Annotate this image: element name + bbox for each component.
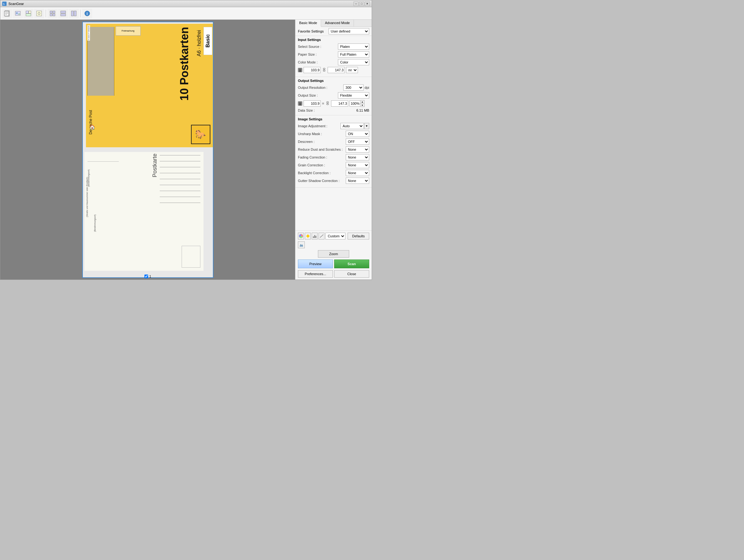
- unsharp-mask-select[interactable]: ON: [346, 131, 369, 137]
- grain-correction-select[interactable]: None: [346, 162, 369, 168]
- scan-document-button[interactable]: [2, 9, 12, 18]
- output-resolution-row: Output Resolution : 300 dpi: [298, 84, 369, 91]
- input-width-field[interactable]: [303, 67, 321, 73]
- paper-size-label: Paper Size :: [298, 52, 317, 56]
- svg-rect-20: [61, 11, 66, 13]
- grid2-button[interactable]: [58, 9, 68, 18]
- percent-down-btn[interactable]: ▼: [361, 104, 364, 107]
- barcode-text: 4 102177 050225: [87, 25, 90, 41]
- tab-basic-mode[interactable]: Basic Mode: [295, 20, 321, 27]
- resolution-unit: dpi: [365, 86, 369, 89]
- scan-button[interactable]: Scan: [334, 260, 369, 268]
- zoom-row: Zoom: [298, 250, 369, 258]
- svg-rect-11: [29, 11, 31, 13]
- select-source-label: Select Source :: [298, 45, 321, 48]
- pref-close-row: Preferences... Close: [298, 270, 369, 278]
- basic-badge: Basic: [203, 27, 212, 55]
- preview-footer: 1: [144, 274, 151, 278]
- scan-custom-button[interactable]: [24, 9, 33, 18]
- preferences-button[interactable]: Preferences...: [298, 270, 333, 278]
- descreen-select[interactable]: OFF: [346, 139, 369, 145]
- address-lines-left: (Bestimmungsort): [87, 161, 119, 249]
- gutter-shadow-row: Gutter Shadow Correction : None: [298, 178, 369, 184]
- preview-button[interactable]: Preview: [298, 260, 333, 268]
- maximize-button[interactable]: □: [359, 2, 364, 6]
- reduce-dust-label: Reduce Dust and Scratches :: [298, 148, 346, 151]
- backlight-correction-select[interactable]: None: [346, 170, 369, 176]
- color-mode-select[interactable]: Color: [338, 59, 369, 65]
- input-height-field[interactable]: [328, 67, 345, 73]
- svg-rect-16: [50, 11, 52, 13]
- title-controls: ─ □ ✕: [354, 2, 370, 6]
- preview-area: 4 102177 050225 10 Postkarten A6 · holzf…: [0, 20, 295, 279]
- toolbar-separator-1: [46, 10, 46, 17]
- svg-point-8: [16, 12, 18, 14]
- output-height-field[interactable]: [331, 100, 348, 107]
- custom-preset-select[interactable]: Custom: [326, 233, 345, 239]
- main-window: S ScanGear ─ □ ✕: [0, 0, 372, 280]
- reduce-dust-select[interactable]: None: [346, 146, 369, 153]
- brightness-btn[interactable]: [305, 233, 311, 239]
- svg-rect-21: [61, 14, 66, 16]
- stamp-box: [182, 246, 200, 268]
- fading-correction-select[interactable]: None: [346, 154, 369, 160]
- input-settings-title: Input Settings: [298, 38, 369, 42]
- output-size-select[interactable]: Flexible: [338, 92, 369, 99]
- reduce-dust-row: Reduce Dust and Scratches : None: [298, 146, 369, 153]
- output-size-label: Output Size :: [298, 94, 318, 97]
- minimize-button[interactable]: ─: [354, 2, 359, 6]
- svg-point-36: [307, 235, 309, 237]
- image-adjustment-expand-btn[interactable]: ▼: [364, 123, 369, 129]
- postkarte-label: Postkarte: [152, 153, 158, 177]
- output-resolution-select[interactable]: 300: [343, 84, 364, 91]
- back-label-1: (Straße und Hausnummer oder Postfach): [86, 177, 88, 217]
- grid1-button[interactable]: [47, 9, 58, 18]
- close-panel-button[interactable]: Close: [334, 270, 369, 278]
- output-chain-icon: [326, 101, 330, 106]
- stamp-area: Freimachung: [116, 26, 141, 36]
- defaults-button[interactable]: Defaults: [348, 233, 369, 239]
- svg-rect-12: [26, 14, 31, 16]
- input-settings-section: Input Settings Select Source : Platen Pa…: [295, 36, 372, 77]
- preview-checkbox[interactable]: [144, 274, 148, 278]
- paper-size-select[interactable]: Full Platen: [338, 51, 369, 58]
- close-button[interactable]: ✕: [365, 2, 370, 6]
- image-adjustment-label: Image Adjustment :: [298, 124, 340, 128]
- data-size-value: 6.11 MB: [357, 109, 369, 112]
- scan-photo-button[interactable]: [13, 9, 23, 18]
- back-label-2: (Bestimmungsort): [94, 215, 96, 232]
- svg-rect-27: [323, 68, 325, 69]
- input-unit-select[interactable]: mm: [346, 67, 358, 73]
- favorite-settings-select[interactable]: User defined: [329, 28, 369, 34]
- output-settings-title: Output Settings: [298, 79, 369, 82]
- fading-correction-row: Fading Correction : None: [298, 154, 369, 160]
- barcode: [87, 27, 114, 96]
- info-button[interactable]: i: [82, 9, 92, 18]
- image-settings-title: Image Settings: [298, 117, 369, 121]
- gutter-shadow-select[interactable]: None: [346, 178, 369, 184]
- favorite-settings-row: Favorite Settings User defined: [295, 27, 372, 36]
- svg-rect-23: [74, 11, 76, 16]
- image-adjustment-select[interactable]: Auto: [340, 123, 364, 129]
- color-tools-row: Custom Defaults: [298, 233, 369, 239]
- percent-up-btn[interactable]: ▲: [361, 100, 364, 104]
- tab-advanced-mode[interactable]: Advanced Mode: [321, 20, 354, 27]
- tone-curve-btn[interactable]: [319, 233, 325, 239]
- output-width-field[interactable]: [303, 100, 321, 107]
- percent-spinbox: ▲ ▼: [349, 100, 365, 107]
- zoom-button[interactable]: Zoom: [318, 250, 349, 258]
- color-correction-btn[interactable]: [298, 241, 305, 248]
- histogram-btn[interactable]: [312, 233, 318, 239]
- svg-rect-32: [327, 104, 329, 105]
- scan-extra-button[interactable]: [34, 9, 44, 18]
- backlight-correction-row: Backlight Correction : None: [298, 170, 369, 176]
- grid3-button[interactable]: [69, 9, 79, 18]
- grain-correction-row: Grain Correction : None: [298, 162, 369, 168]
- percent-field[interactable]: [349, 100, 361, 107]
- color-mode-row: Color Mode : Color: [298, 59, 369, 65]
- select-source-select[interactable]: Platen: [338, 43, 369, 50]
- mode-tabs: Basic Mode Advanced Mode: [295, 20, 372, 27]
- dp-logo-big: 🐎: [191, 125, 210, 144]
- percent-spinbtns: ▲ ▼: [361, 100, 365, 107]
- color-wheel-btn[interactable]: [298, 233, 304, 239]
